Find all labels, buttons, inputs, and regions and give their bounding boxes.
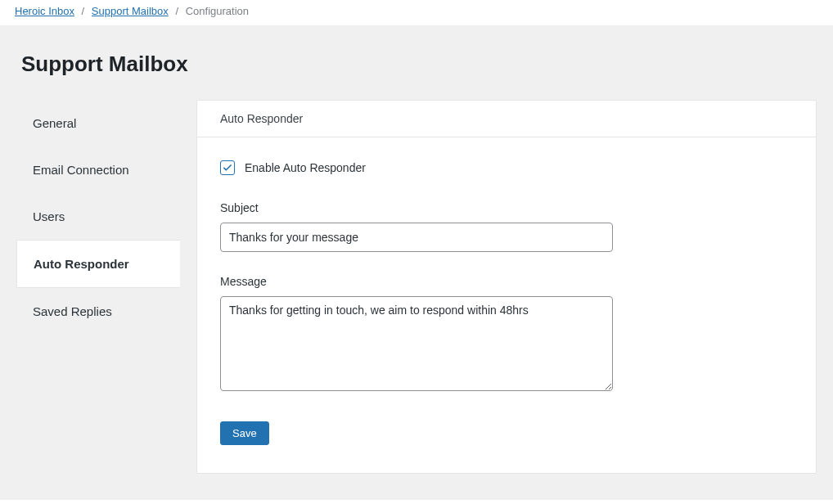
sidebar-item-label: Auto Responder (34, 257, 129, 271)
sidebar: General Email Connection Users Auto Resp… (16, 100, 180, 474)
sidebar-item-users[interactable]: Users (16, 193, 180, 240)
sidebar-item-label: Saved Replies (33, 304, 112, 318)
subject-field-group: Subject (220, 201, 793, 252)
breadcrumb-separator: / (82, 5, 85, 17)
subject-label: Subject (220, 201, 793, 214)
settings-panel: Auto Responder Enable Auto Responder Sub… (196, 100, 817, 474)
sidebar-item-label: Email Connection (33, 163, 129, 177)
message-label: Message (220, 275, 793, 288)
sidebar-item-saved-replies[interactable]: Saved Replies (16, 288, 180, 335)
enable-auto-responder-label: Enable Auto Responder (245, 161, 366, 174)
message-textarea[interactable] (220, 296, 613, 391)
breadcrumb: Heroic Inbox / Support Mailbox / Configu… (0, 0, 833, 25)
enable-auto-responder-checkbox[interactable] (220, 160, 235, 175)
layout: General Email Connection Users Auto Resp… (16, 100, 817, 474)
sidebar-item-general[interactable]: General (16, 100, 180, 146)
breadcrumb-link-heroic-inbox[interactable]: Heroic Inbox (15, 5, 74, 17)
content-wrap: Support Mailbox General Email Connection… (0, 25, 833, 500)
message-field-group: Message (220, 275, 793, 394)
breadcrumb-link-support-mailbox[interactable]: Support Mailbox (92, 5, 169, 17)
page-title: Support Mailbox (21, 52, 817, 77)
sidebar-item-email-connection[interactable]: Email Connection (16, 146, 180, 193)
breadcrumb-separator: / (175, 5, 178, 17)
panel-body: Enable Auto Responder Subject Message Sa… (197, 137, 816, 473)
breadcrumb-current: Configuration (186, 5, 249, 17)
check-icon (223, 163, 232, 173)
sidebar-item-auto-responder[interactable]: Auto Responder (16, 240, 180, 288)
sidebar-item-label: Users (33, 209, 65, 223)
save-button[interactable]: Save (220, 421, 269, 445)
subject-input[interactable] (220, 223, 613, 252)
panel-header: Auto Responder (197, 101, 816, 137)
enable-auto-responder-row: Enable Auto Responder (220, 160, 793, 175)
sidebar-item-label: General (33, 116, 76, 130)
